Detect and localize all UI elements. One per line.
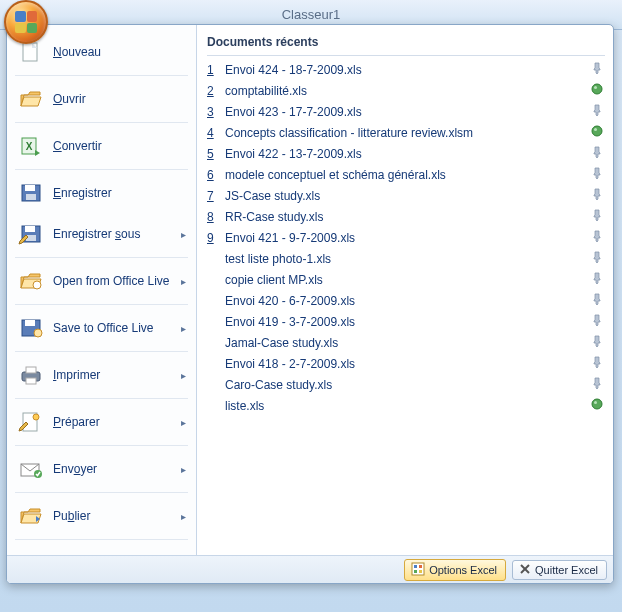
svg-rect-15 [26,367,36,373]
svg-point-13 [34,329,42,337]
open-icon [17,87,45,111]
recent-document-item[interactable]: 3Envoi 423 - 17-7-2009.xls [207,102,605,123]
menu-item-open_live[interactable]: Open from Office Live▸ [11,261,192,301]
office-menu: NouveauOuvrirXConvertirEnregistrerEnregi… [6,24,614,584]
pin-unpinned-icon[interactable] [589,103,605,122]
quit-excel-button[interactable]: Quitter Excel [512,560,607,580]
saveas-icon [17,222,45,246]
recent-document-item[interactable]: 8RR-Case study.xls [207,207,605,228]
menu-item-fermer[interactable]: Fermer [11,543,192,555]
menu-item-label: Open from Office Live [53,274,181,288]
recent-document-item[interactable]: copie client MP.xls [207,270,605,291]
recent-document-item[interactable]: Caro-Case study.xls [207,375,605,396]
recent-document-item[interactable]: Envoi 418 - 2-7-2009.xls [207,354,605,375]
recent-document-item[interactable]: 7JS-Case study.xls [207,186,605,207]
menu-separator [15,398,188,399]
pin-unpinned-icon[interactable] [589,271,605,290]
save-live-icon [17,316,45,340]
recent-document-item[interactable]: 1Envoi 424 - 18-7-2009.xls [207,60,605,81]
main-commands-list: NouveauOuvrirXConvertirEnregistrerEnregi… [7,25,197,555]
svg-rect-8 [25,226,35,232]
svg-rect-28 [414,565,417,568]
recent-document-item[interactable]: Jamal-Case study.xls [207,333,605,354]
recent-document-item[interactable]: 9Envoi 421 - 9-7-2009.xls [207,228,605,249]
pin-unpinned-icon[interactable] [589,229,605,248]
submenu-arrow-icon: ▸ [181,464,186,475]
recent-doc-name: Jamal-Case study.xls [221,334,589,353]
pin-unpinned-icon[interactable] [589,313,605,332]
print-icon [17,363,45,387]
recent-document-item[interactable]: liste.xls [207,396,605,417]
recent-doc-name: Envoi 420 - 6-7-2009.xls [221,292,589,311]
recent-doc-name: test liste photo-1.xls [221,250,589,269]
svg-rect-29 [419,565,422,568]
svg-rect-27 [412,563,424,575]
pin-unpinned-icon[interactable] [589,376,605,395]
pin-pinned-icon[interactable] [589,82,605,101]
pin-pinned-icon[interactable] [589,124,605,143]
recent-document-item[interactable]: Envoi 419 - 3-7-2009.xls [207,312,605,333]
svg-text:X: X [26,141,33,152]
pin-unpinned-icon[interactable] [589,145,605,164]
svg-point-22 [594,86,597,89]
pin-unpinned-icon[interactable] [589,250,605,269]
office-button[interactable] [4,0,48,44]
recent-doc-index: 2 [207,82,221,101]
pin-unpinned-icon[interactable] [589,355,605,374]
recent-document-item[interactable]: test liste photo-1.xls [207,249,605,270]
folder-live-icon [17,269,45,293]
menu-item-label: Ouvrir [53,92,186,106]
recent-document-item[interactable]: 5Envoi 422 - 13-7-2009.xls [207,144,605,165]
menu-item-imprimer[interactable]: Imprimer▸ [11,355,192,395]
recent-documents-panel: Documents récents 1Envoi 424 - 18-7-2009… [197,25,613,555]
recent-doc-index: 8 [207,208,221,227]
svg-rect-12 [25,320,35,326]
menu-item-ouvrir[interactable]: Ouvrir [11,79,192,119]
options-icon [411,562,425,578]
recent-doc-index: 4 [207,124,221,143]
recent-document-item[interactable]: 6modele conceptuel et schéma général.xls [207,165,605,186]
menu-item-envoyer[interactable]: Envoyer▸ [11,449,192,489]
recent-doc-name: modele conceptuel et schéma général.xls [221,166,589,185]
pin-pinned-icon[interactable] [589,397,605,416]
recent-document-item[interactable]: 4Concepts classification - litterature r… [207,123,605,144]
submenu-arrow-icon: ▸ [181,229,186,240]
menu-item-preparer[interactable]: Préparer▸ [11,402,192,442]
pin-unpinned-icon[interactable] [589,334,605,353]
recent-document-item[interactable]: Envoi 420 - 6-7-2009.xls [207,291,605,312]
send-icon [17,457,45,481]
submenu-arrow-icon: ▸ [181,417,186,428]
excel-options-label: Options Excel [429,564,497,576]
menu-item-publier[interactable]: Publier▸ [11,496,192,536]
svg-point-25 [592,399,602,409]
pin-unpinned-icon[interactable] [589,292,605,311]
svg-rect-30 [414,570,417,573]
svg-rect-6 [26,194,36,200]
menu-separator [15,539,188,540]
recent-doc-name: Envoi 418 - 2-7-2009.xls [221,355,589,374]
recent-doc-name: RR-Case study.xls [221,208,589,227]
pin-unpinned-icon[interactable] [589,166,605,185]
recent-doc-name: Envoi 423 - 17-7-2009.xls [221,103,589,122]
recent-doc-name: JS-Case study.xls [221,187,589,206]
menu-item-enregistrer[interactable]: Enregistrer [11,173,192,213]
recent-doc-name: Envoi 424 - 18-7-2009.xls [221,61,589,80]
recent-document-item[interactable]: 2comptabilité.xls [207,81,605,102]
recent-doc-index: 5 [207,145,221,164]
pin-unpinned-icon[interactable] [589,187,605,206]
excel-options-button[interactable]: Options Excel [404,559,506,581]
menu-separator [15,445,188,446]
submenu-arrow-icon: ▸ [181,511,186,522]
menu-separator [15,304,188,305]
recent-doc-name: Concepts classification - litterature re… [221,124,589,143]
close-icon [519,563,531,577]
pin-unpinned-icon[interactable] [589,61,605,80]
menu-item-save_live[interactable]: Save to Office Live▸ [11,308,192,348]
menu-item-label: Enregistrer sous [53,227,181,241]
menu-separator [15,122,188,123]
menu-separator [15,75,188,76]
menu-item-enregistrer_sous[interactable]: Enregistrer sous▸ [11,214,192,254]
menu-item-convertir[interactable]: XConvertir [11,126,192,166]
menu-footer: Options Excel Quitter Excel [7,555,613,583]
pin-unpinned-icon[interactable] [589,208,605,227]
